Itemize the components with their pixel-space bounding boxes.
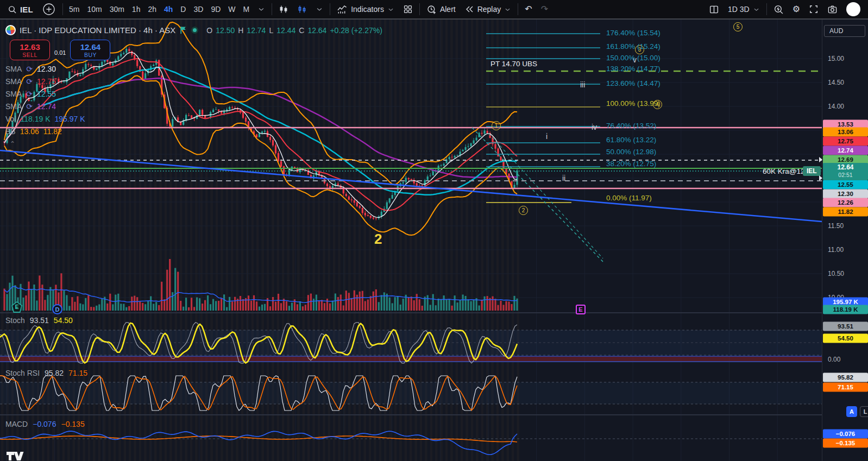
minor-wave-iii[interactable]: iii <box>580 80 585 89</box>
price-badge: 12.74 <box>823 146 868 155</box>
flag-icon[interactable] <box>179 26 187 34</box>
symbol-legend-row[interactable]: IEL · IDP EDUCATION LIMITED · 4h · ASX O… <box>5 25 382 35</box>
chart-style-menu-button[interactable] <box>311 2 328 17</box>
earnings-marker[interactable]: E <box>11 301 22 313</box>
indicator-templates-button[interactable] <box>399 2 417 17</box>
legend-collapse-button[interactable]: ⌃ <box>7 140 18 148</box>
timeframe-5m[interactable]: 5m <box>65 2 83 16</box>
tradingview-logo[interactable] <box>5 450 27 461</box>
macd-value: −0.076 <box>33 420 56 428</box>
timeframe-M[interactable]: M <box>240 2 254 16</box>
toolbar-separator <box>419 3 420 15</box>
circled-wave-5[interactable]: 5 <box>733 22 743 31</box>
sma-legend-row-4[interactable]: SMA⟳12.74 <box>5 100 382 112</box>
replay-label: Replay <box>477 5 501 14</box>
volume-legend-row[interactable]: Vol 118.19 K 195.97 K <box>5 112 382 125</box>
redo-button[interactable]: ↷ <box>537 2 552 17</box>
tradingview-app: IEL 5m10m30m1h2h4hD3D9DWM Indicators <box>0 0 868 461</box>
price-badge: 12.26 <box>823 198 868 207</box>
chevron-down-icon <box>316 5 323 13</box>
timeframe-30m[interactable]: 30m <box>106 2 128 16</box>
price-marker-arrow <box>819 175 822 181</box>
layout-select-button[interactable] <box>705 2 724 17</box>
settings-button[interactable]: ⚙ <box>788 2 804 17</box>
fib-level-label: 176.40% (15.54) <box>606 29 661 37</box>
minor-wave-ii[interactable]: ii <box>562 174 565 182</box>
timeframe-9D[interactable]: 9D <box>207 2 224 16</box>
stoch-k-value: 93.51 <box>30 316 49 325</box>
stoch-rsi-d-value: 71.15 <box>68 369 87 377</box>
sma-label: SMA <box>5 77 22 86</box>
sma-legend-row-3[interactable]: SMA⟳12.55 <box>5 87 382 100</box>
timeframe-menu-button[interactable] <box>253 2 269 17</box>
upcoming-earnings-marker[interactable]: E <box>576 305 586 314</box>
gear-icon: ⚙ <box>792 5 800 14</box>
timeframe-group: 5m10m30m1h2h4hD3D9DWM <box>65 2 253 16</box>
axis-tick: 14.50 <box>828 79 844 86</box>
fib-level-label: 161.80% (15.24) <box>606 42 661 50</box>
layout-preset-button[interactable]: 1D 3D <box>724 2 764 17</box>
indicators-button[interactable]: Indicators <box>332 2 399 17</box>
loading-spinner-icon: ⟳ <box>26 102 33 111</box>
price-axis[interactable]: AUD 15.0014.5014.0011.5011.0010.5010.000… <box>822 20 868 461</box>
circled-wave-1[interactable]: 1 <box>492 121 501 130</box>
layout-split-icon <box>709 4 719 15</box>
timeframe-10m[interactable]: 10m <box>83 2 105 16</box>
alert-clock-icon <box>426 4 437 15</box>
quick-search-button[interactable] <box>769 2 788 17</box>
grid-templates-icon <box>403 4 413 14</box>
sell-button[interactable]: 12.63 SELL <box>10 40 50 60</box>
sma-legend-row-2[interactable]: SMA⟳12.75 <box>5 75 382 87</box>
minor-wave-iv[interactable]: iv <box>592 123 597 131</box>
sma-value: 12.30 <box>37 65 56 73</box>
circled-wave-2[interactable]: 2 <box>519 206 528 215</box>
replay-button[interactable]: Replay <box>460 2 516 17</box>
chevron-down-icon <box>753 6 760 13</box>
price-target-note[interactable]: PT 14.70 UBS <box>490 60 537 68</box>
timeframe-W[interactable]: W <box>224 2 239 16</box>
snapshot-button[interactable] <box>823 2 842 17</box>
stoch-rsi-pane-title[interactable]: Stoch RSI 95.82 71.15 <box>5 369 87 377</box>
avatar <box>846 2 860 16</box>
undo-button[interactable]: ↶ <box>520 2 536 17</box>
loading-spinner-icon: ⟳ <box>26 77 33 86</box>
fib-level-label: 76.40% (13.52) <box>606 122 656 130</box>
auto-scale-button[interactable]: A <box>846 406 857 417</box>
timeframe-D[interactable]: D <box>177 2 190 16</box>
axis-tick: 10.50 <box>828 270 844 277</box>
earnings-pentagon-icon: E <box>11 301 22 313</box>
minor-wave-i[interactable]: i <box>546 132 548 141</box>
timeframe-4h[interactable]: 4h <box>160 2 177 16</box>
current-price-badge: 12.64 02:51 <box>823 163 868 180</box>
timeframe-1h[interactable]: 1h <box>128 2 144 16</box>
dividend-marker[interactable]: D <box>52 304 62 314</box>
account-menu-button[interactable] <box>842 2 865 17</box>
compare-add-symbol-button[interactable] <box>37 2 60 17</box>
elliott-wave-2-label[interactable]: 2 <box>374 231 382 248</box>
buy-button[interactable]: 12.64 BUY <box>70 40 110 60</box>
chart-area: IEL · IDP EDUCATION LIMITED · 4h · ASX O… <box>0 20 868 461</box>
fullscreen-button[interactable] <box>804 2 823 17</box>
price-badge: 95.82 <box>823 373 868 382</box>
timeframe-2h[interactable]: 2h <box>144 2 160 16</box>
chart-style-candles-button[interactable] <box>274 2 293 17</box>
axis-tick: 15.00 <box>828 55 844 62</box>
macd-pane-title[interactable]: MACD −0.076 −0.135 <box>5 420 85 428</box>
log-scale-button[interactable]: L <box>860 406 868 417</box>
symbol-search-button[interactable]: IEL <box>3 2 37 17</box>
volume-ma-value: 195.97 K <box>54 115 85 123</box>
sma-legend-row-1[interactable]: SMA⟳12.30 <box>5 62 382 75</box>
stoch-pane-title[interactable]: Stoch 93.51 54.50 <box>5 316 73 325</box>
chart-style-hollow-candles-button[interactable] <box>293 2 311 17</box>
axis-tick: 14.00 <box>828 103 844 110</box>
price-badge: 71.15 <box>823 383 868 392</box>
symbol-title: IEL · IDP EDUCATION LIMITED · 4h · ASX <box>20 26 175 35</box>
bollinger-legend-row[interactable]: BB 13.06 11.82 <box>5 125 382 137</box>
stoch-d-value: 54.50 <box>54 316 73 325</box>
toolbar-separator <box>330 3 330 15</box>
quick-search-icon <box>773 4 784 15</box>
timeframe-3D[interactable]: 3D <box>190 2 207 16</box>
alert-button[interactable]: Alert <box>422 2 460 17</box>
currency-toggle[interactable]: AUD <box>824 25 865 37</box>
fib-level-label: 150.00% (15.00) <box>606 54 661 62</box>
